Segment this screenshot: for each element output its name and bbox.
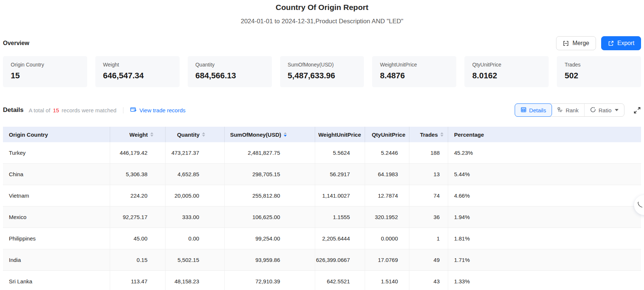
cell-weight: 45.00 <box>110 228 166 249</box>
cell-weight: 113.47 <box>110 271 166 290</box>
cell-sum: 106,625.00 <box>225 207 315 228</box>
details-section-label: Details <box>3 106 24 114</box>
column-header-label: SumOfMoney(USD) <box>230 132 281 138</box>
merge-cells-icon <box>563 40 569 47</box>
cell-quantity: 333.00 <box>166 207 225 228</box>
cell-pct: 4.66% <box>448 185 641 206</box>
stat-card: QtyUnitPrice8.0162 <box>464 56 549 87</box>
stat-card-label: Origin Country <box>11 62 79 68</box>
cell-country: Mexico <box>3 207 110 228</box>
cell-country: Philippines <box>3 228 110 249</box>
cell-pct: 1.71% <box>448 249 641 270</box>
stat-card-value: 8.4876 <box>380 71 449 81</box>
column-header-label: QtyUnitPrice <box>372 132 405 138</box>
cell-sum: 255,812.80 <box>225 185 315 206</box>
table-row: China5,306.384,652.85298,705.1556.291764… <box>3 164 641 185</box>
stat-card-value: 5,487,633.96 <box>288 71 357 81</box>
cell-weight: 5,306.38 <box>110 164 166 185</box>
cell-wup: 2,205.6444 <box>315 228 365 249</box>
stat-card-label: Trades <box>565 62 633 68</box>
column-header-label: Origin Country <box>9 132 48 138</box>
caret-sorter-icon[interactable] <box>150 132 153 137</box>
cell-wup: 1.1555 <box>315 207 365 228</box>
stat-card-label: WeightUnitPrice <box>380 62 449 68</box>
caret-sorter-icon[interactable] <box>440 132 443 137</box>
cell-pct: 1.33% <box>448 271 641 290</box>
tab-rank[interactable]: Rank <box>552 104 584 116</box>
cell-wup: 626,399.0667 <box>315 249 365 270</box>
caret-up-icon <box>440 132 443 134</box>
cell-sum: 72,910.39 <box>225 271 315 290</box>
cell-country: Vietnam <box>3 185 110 206</box>
column-header-label: Percentage <box>454 132 484 138</box>
cell-qup: 5.2446 <box>365 142 409 163</box>
cell-pct: 45.23% <box>448 142 641 163</box>
column-header-pct: Percentage <box>448 127 641 142</box>
merge-button[interactable]: Merge <box>556 36 596 50</box>
fullscreen-expand-icon[interactable] <box>633 106 641 114</box>
cell-qup: 17.0769 <box>365 249 409 270</box>
stat-card-label: QtyUnitPrice <box>472 62 541 68</box>
caret-sorter-icon[interactable] <box>284 132 287 137</box>
table-row: Mexico92,275.17333.00106,625.001.1555320… <box>3 207 641 228</box>
stat-card-label: SumOfMoney(USD) <box>288 62 357 68</box>
tab-ratio[interactable]: Ratio <box>584 104 624 116</box>
cell-weight: 0.15 <box>110 249 166 270</box>
column-header-qup: QtyUnitPrice <box>365 127 409 142</box>
bar-rank-icon <box>557 107 563 114</box>
cell-country: Sri Lanka <box>3 271 110 290</box>
export-button[interactable]: Export <box>601 36 641 50</box>
cell-trades: 188 <box>409 142 448 163</box>
cell-quantity: 473,217.37 <box>166 142 225 163</box>
caret-up-icon <box>284 132 287 134</box>
view-trade-records-label: View trade records <box>139 107 185 113</box>
cell-wup: 5.5624 <box>315 142 365 163</box>
overview-actions: Merge Export <box>556 36 641 50</box>
export-button-label: Export <box>617 40 634 47</box>
caret-up-icon <box>150 132 153 134</box>
view-switcher-area: Details Rank Ratio <box>515 103 641 117</box>
cell-trades: 43 <box>409 271 448 290</box>
external-link-icon <box>608 40 614 47</box>
column-header-trades[interactable]: Trades <box>409 127 448 142</box>
stat-card-label: Quantity <box>195 62 264 68</box>
view-trade-records-link[interactable]: View trade records <box>130 107 185 114</box>
cell-wup: 56.2917 <box>315 164 365 185</box>
cell-sum: 99,254.00 <box>225 228 315 249</box>
caret-down-icon <box>284 135 287 137</box>
matched-count: 15 <box>53 107 59 113</box>
table-row: India0.155,502.1593,959.86626,399.066717… <box>3 249 641 271</box>
overview-section-label: Overview <box>3 40 29 47</box>
cell-sum: 2,481,827.75 <box>225 142 315 163</box>
page-title: Country Of Origin Report <box>0 0 644 12</box>
contact-phone-icon <box>637 201 644 209</box>
cell-weight: 446,179.42 <box>110 142 166 163</box>
column-header-label: Quantity <box>177 132 200 138</box>
cell-quantity: 4,652.85 <box>166 164 225 185</box>
cell-trades: 13 <box>409 164 448 185</box>
stat-card: WeightUnitPrice8.4876 <box>372 56 456 87</box>
column-header-label: Weight <box>129 132 148 138</box>
tab-details-label: Details <box>529 107 546 113</box>
column-header-sum[interactable]: SumOfMoney(USD) <box>225 127 315 142</box>
cell-qup: 12.7874 <box>365 185 409 206</box>
cell-trades: 74 <box>409 185 448 206</box>
table-grid-icon <box>521 107 527 114</box>
cell-pct: 1.94% <box>448 207 641 228</box>
caret-down-icon <box>202 135 205 137</box>
column-header-quantity[interactable]: Quantity <box>166 127 225 142</box>
caret-down-icon <box>440 135 443 137</box>
table-row: Vietnam224.2020,005.00255,812.801,141.00… <box>3 185 641 207</box>
column-header-weight[interactable]: Weight <box>110 127 166 142</box>
cell-sum: 93,959.86 <box>225 249 315 270</box>
matched-suffix: records were matched <box>62 107 116 113</box>
tab-details[interactable]: Details <box>515 103 552 117</box>
stat-card: Quantity684,566.13 <box>188 56 272 87</box>
caret-sorter-icon[interactable] <box>202 132 205 137</box>
stat-card-value: 502 <box>565 71 633 81</box>
tab-rank-label: Rank <box>566 107 579 113</box>
cell-wup: 1,141.0027 <box>315 185 365 206</box>
caret-up-icon <box>202 132 205 134</box>
cell-qup: 0.0000 <box>365 228 409 249</box>
origin-country-table: Origin CountryWeightQuantitySumOfMoney(U… <box>3 127 641 290</box>
